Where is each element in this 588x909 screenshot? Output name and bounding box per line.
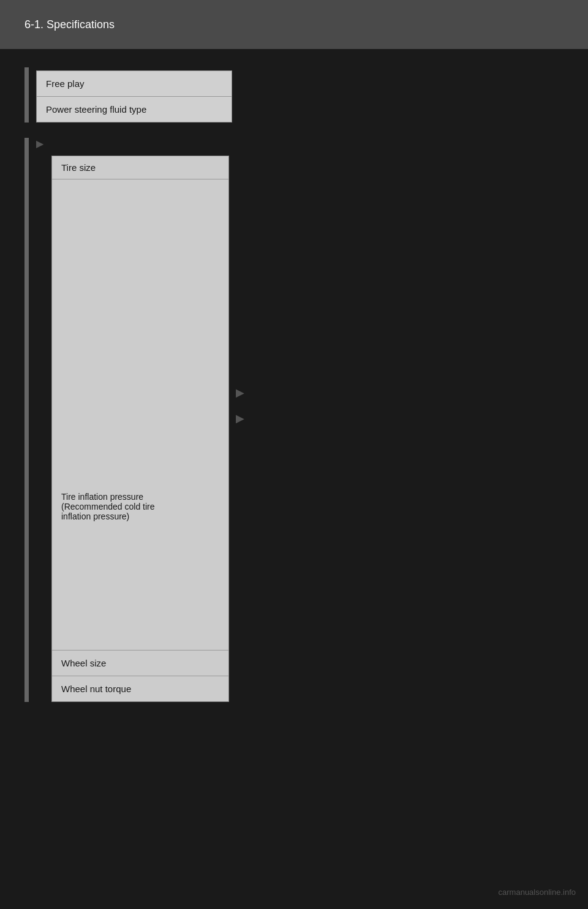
content-area: Free play Power steering fluid type ▶ Ti… [0,49,588,736]
free-play-row: Free play [37,71,232,97]
wheel-size-row: Wheel size [52,650,228,676]
right-arrow-1: ▶ [236,386,244,399]
steering-spec-table: Free play Power steering fluid type [36,70,232,123]
tire-spec-table: Tire size Tire inflation pressure(Recomm… [51,156,229,702]
tires-section-content: ▶ Tire size Tire inflation pressure(Reco… [36,138,564,702]
tire-inflation-pressure-label: Tire inflation pressure(Recommended cold… [52,486,228,527]
tires-section: ▶ Tire size Tire inflation pressure(Reco… [24,138,564,702]
right-arrow-2: ▶ [236,412,244,425]
tire-size-header: Tire size [52,156,228,179]
arrow-bullet-1: ▶ [36,138,43,149]
tire-inflation-body [52,527,228,650]
steering-section-bar [24,67,29,123]
page-title: 6-1. Specifications [24,18,115,31]
wheel-nut-torque-row: Wheel nut torque [52,676,228,701]
tires-sub-header-1: ▶ [36,138,564,149]
tire-table-body [52,179,228,486]
header-bar: 6-1. Specifications [0,0,588,49]
right-arrows-container: ▶ ▶ [236,386,244,425]
footer-watermark: carmanualsonline.info [499,888,576,897]
steering-section-content: Free play Power steering fluid type [36,67,232,123]
steering-section: Free play Power steering fluid type [24,67,564,123]
tires-section-bar [24,138,29,702]
power-steering-fluid-row: Power steering fluid type [37,97,232,122]
